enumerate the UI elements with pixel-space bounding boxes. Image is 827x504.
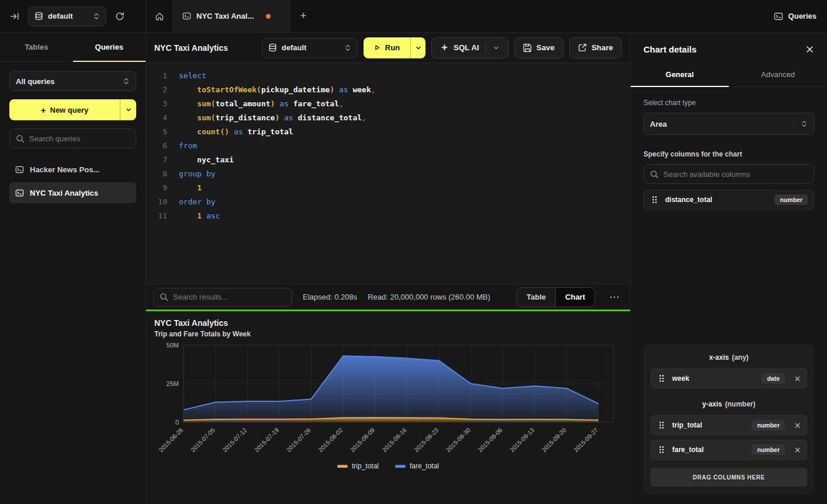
home-tab[interactable]	[146, 0, 173, 32]
view-toggle-table[interactable]: Table	[517, 288, 555, 307]
search-queries-field[interactable]	[29, 134, 130, 143]
top-bar-right: Queries	[763, 0, 827, 32]
chart-type-select[interactable]: Area	[643, 113, 814, 135]
new-query-caret-button[interactable]	[120, 99, 136, 120]
database-selector[interactable]: default	[28, 6, 106, 26]
code-line[interactable]: 4 sum(trip_distance) as distance_total,	[146, 111, 630, 125]
axes-card: x-axis(any) weekdate y-axis(number) trip…	[643, 344, 814, 495]
console-icon	[15, 189, 24, 197]
drag-handle-icon[interactable]	[657, 374, 666, 383]
svg-text:2015-08-09: 2015-08-09	[349, 426, 376, 454]
unsaved-dot	[266, 14, 271, 19]
query-database-selector[interactable]: default	[262, 38, 358, 58]
search-icon	[16, 134, 25, 143]
console-icon	[15, 165, 24, 174]
plus-icon: +	[41, 105, 46, 115]
query-header-actions: default Run SQL AI	[262, 37, 622, 58]
x-axis-heading: x-axis(any)	[650, 352, 807, 363]
legend-item[interactable]: trip_total	[337, 462, 379, 470]
available-columns: distance_totalnumber	[643, 190, 814, 210]
remove-column-icon[interactable]	[794, 376, 801, 382]
drop-columns-target[interactable]: DRAG COLUMNS HERE	[650, 468, 807, 486]
code-line[interactable]: 6from	[146, 139, 630, 153]
code-line[interactable]: 1select	[146, 69, 630, 83]
code-line[interactable]: 9 1	[146, 181, 630, 195]
code-line[interactable]: 8group by	[146, 167, 630, 181]
top-bar-left: default	[0, 0, 146, 32]
column-item[interactable]: trip_totalnumber	[650, 415, 807, 435]
search-columns-field[interactable]	[663, 170, 808, 179]
tab-label: NYC Taxi Anal...	[196, 12, 254, 20]
results-toolbar: Elapsed: 0.208s Read: 20,000,000 rows (2…	[146, 284, 630, 310]
remove-column-icon[interactable]	[794, 447, 801, 453]
code-line[interactable]: 2 toStartOfWeek(pickup_datetime) as week…	[146, 83, 630, 97]
close-icon[interactable]	[805, 45, 814, 54]
sql-ai-button[interactable]: SQL AI	[431, 37, 508, 58]
sql-editor[interactable]: 1select2 toStartOfWeek(pickup_datetime) …	[146, 63, 630, 284]
svg-text:2015-08-02: 2015-08-02	[317, 426, 344, 454]
legend-swatch	[395, 465, 406, 468]
code-line[interactable]: 7 nyc_taxi	[146, 153, 630, 167]
tab-general[interactable]: General	[631, 62, 729, 86]
collapse-sidebar-icon[interactable]	[7, 9, 22, 24]
console-icon	[182, 12, 191, 20]
column-name: distance_total	[665, 196, 712, 204]
code-line[interactable]: 10order by	[146, 195, 630, 209]
save-button[interactable]: Save	[514, 37, 563, 58]
database-icon	[34, 12, 43, 20]
panel-spacer	[643, 215, 814, 338]
rows-read: Read: 20,000,000 rows (260.00 MB)	[368, 293, 490, 301]
svg-text:25M: 25M	[167, 380, 179, 387]
sidebar-tab-tables[interactable]: Tables	[0, 33, 73, 61]
legend-item[interactable]: fare_total	[395, 462, 439, 470]
tab-nyc-taxi-analytics[interactable]: NYC Taxi Anal...	[173, 0, 290, 32]
column-type-badge: number	[752, 420, 785, 430]
svg-text:2015-08-16: 2015-08-16	[380, 426, 408, 454]
tab-advanced[interactable]: Advanced	[729, 62, 827, 86]
view-toggle-chart[interactable]: Chart	[555, 288, 594, 307]
remove-column-icon[interactable]	[794, 422, 801, 429]
chevrons-up-down-icon	[344, 44, 351, 51]
query-filter-select[interactable]: All queries	[9, 71, 136, 91]
column-type-badge: date	[762, 373, 785, 384]
column-item[interactable]: distance_totalnumber	[643, 190, 814, 210]
search-results-input[interactable]	[153, 288, 292, 307]
chart-subtitle: Trip and Fare Totals by Week	[154, 330, 622, 338]
refresh-icon[interactable]	[112, 9, 127, 24]
play-icon	[374, 44, 380, 51]
line-number: 2	[146, 83, 167, 97]
new-query-split-button: + New query	[9, 99, 136, 120]
new-tab-button[interactable]: +	[290, 0, 317, 32]
sidebar-query-item[interactable]: NYC Taxi Analytics	[9, 182, 136, 203]
chevrons-up-down-icon	[801, 120, 808, 127]
run-button[interactable]: Run	[364, 37, 410, 58]
search-columns-input[interactable]	[643, 164, 814, 184]
code-line[interactable]: 11 1 asc	[146, 209, 630, 223]
sidebar-query-item[interactable]: Hacker News Pos...	[9, 159, 136, 180]
search-results-field[interactable]	[173, 293, 286, 301]
queries-button[interactable]: Queries	[774, 12, 816, 21]
share-button[interactable]: Share	[569, 37, 622, 58]
code-line[interactable]: 3 sum(total_amount) as fare_total,	[146, 97, 630, 111]
drag-handle-icon[interactable]	[657, 445, 666, 454]
run-options-caret[interactable]	[410, 37, 425, 58]
more-options-button[interactable]: ⋯	[605, 289, 623, 306]
chart-title: NYC Taxi Analytics	[154, 318, 622, 328]
new-query-button[interactable]: + New query	[9, 99, 120, 120]
column-item[interactable]: fare_totalnumber	[650, 440, 807, 460]
svg-text:2015-08-30: 2015-08-30	[444, 426, 472, 454]
chevrons-up-down-icon	[123, 78, 130, 85]
sidebar-tab-queries[interactable]: Queries	[73, 33, 146, 61]
line-number: 8	[146, 167, 167, 181]
search-queries-input[interactable]	[9, 128, 136, 148]
panel-body: Select chart type Area Specify columns f…	[631, 87, 827, 504]
drag-handle-icon[interactable]	[657, 420, 666, 430]
sidebar-tabs: Tables Queries	[0, 33, 146, 62]
drag-handle-icon[interactable]	[650, 195, 659, 204]
column-item[interactable]: weekdate	[650, 369, 807, 388]
code-line[interactable]: 5 count() as trip_total	[146, 125, 630, 139]
top-bar: default NYC Taxi Anal... + Queries	[0, 0, 827, 33]
column-type-badge: number	[752, 444, 785, 455]
database-icon	[268, 43, 277, 52]
svg-text:2015-09-27: 2015-09-27	[572, 426, 600, 454]
